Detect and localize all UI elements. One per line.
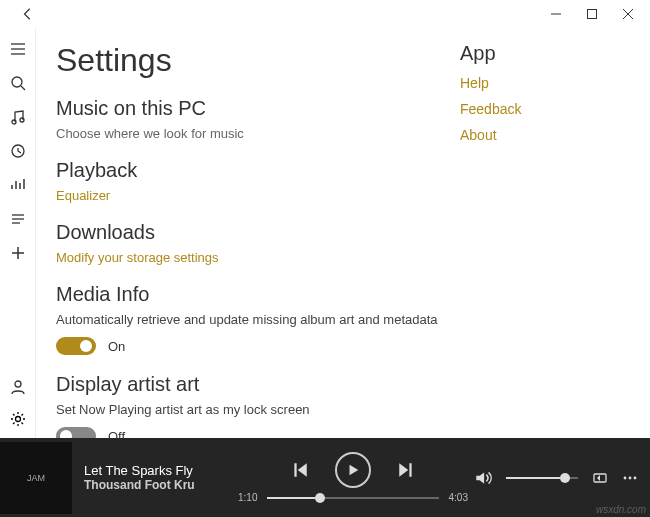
section-playback-title: Playback — [56, 159, 440, 182]
section-mediainfo-title: Media Info — [56, 283, 440, 306]
help-link[interactable]: Help — [460, 75, 630, 91]
previous-button[interactable] — [291, 461, 309, 479]
recent-icon[interactable] — [9, 142, 27, 160]
window-titlebar — [0, 0, 650, 28]
hamburger-icon[interactable] — [9, 40, 27, 58]
page-title: Settings — [56, 42, 440, 79]
svg-point-22 — [15, 417, 20, 422]
volume-slider[interactable] — [506, 477, 578, 479]
minimize-button[interactable] — [538, 0, 574, 28]
progress-slider[interactable] — [267, 497, 438, 499]
svg-point-25 — [629, 476, 632, 479]
elapsed-time: 1:10 — [238, 492, 257, 503]
artistart-toggle[interactable] — [56, 427, 96, 438]
player-bar: JAM Let The Sparks Fly Thousand Foot Kru… — [0, 438, 650, 517]
mediainfo-toggle-label: On — [108, 339, 125, 354]
more-icon[interactable] — [622, 470, 638, 486]
about-link[interactable]: About — [460, 127, 630, 143]
now-playing-icon[interactable] — [9, 176, 27, 194]
svg-point-10 — [20, 118, 24, 122]
artistart-toggle-label: Off — [108, 429, 125, 439]
app-section-title: App — [460, 42, 630, 65]
svg-rect-1 — [588, 10, 597, 19]
search-icon[interactable] — [9, 74, 27, 92]
maximize-button[interactable] — [574, 0, 610, 28]
watermark: wsxdn.com — [596, 504, 646, 515]
section-artistart-title: Display artist art — [56, 373, 440, 396]
album-art[interactable]: JAM — [0, 442, 72, 514]
svg-point-7 — [12, 77, 22, 87]
mediainfo-desc: Automatically retrieve and update missin… — [56, 312, 440, 327]
artistart-desc: Set Now Playing artist art as my lock sc… — [56, 402, 440, 417]
repeat-icon[interactable] — [592, 470, 608, 486]
track-title: Let The Sparks Fly — [84, 463, 232, 478]
back-button[interactable] — [10, 0, 46, 28]
section-music-title: Music on this PC — [56, 97, 440, 120]
playlist-icon[interactable] — [9, 210, 27, 228]
section-music-subtitle: Choose where we look for music — [56, 126, 440, 141]
track-artist: Thousand Foot Kru — [84, 478, 232, 492]
next-button[interactable] — [397, 461, 415, 479]
mediainfo-toggle[interactable] — [56, 337, 96, 355]
svg-line-8 — [21, 86, 25, 90]
section-downloads-title: Downloads — [56, 221, 440, 244]
svg-point-24 — [624, 476, 627, 479]
storage-settings-link[interactable]: Modify your storage settings — [56, 250, 440, 265]
feedback-link[interactable]: Feedback — [460, 101, 630, 117]
equalizer-link[interactable]: Equalizer — [56, 188, 440, 203]
svg-point-26 — [634, 476, 637, 479]
music-note-icon[interactable] — [9, 108, 27, 126]
close-button[interactable] — [610, 0, 646, 28]
settings-icon[interactable] — [9, 410, 27, 428]
svg-point-21 — [15, 381, 21, 387]
play-button[interactable] — [335, 452, 371, 488]
total-time: 4:03 — [449, 492, 468, 503]
account-icon[interactable] — [9, 378, 27, 396]
sidebar — [0, 28, 36, 438]
add-icon[interactable] — [9, 244, 27, 262]
volume-icon[interactable] — [474, 469, 492, 487]
svg-point-9 — [12, 120, 16, 124]
